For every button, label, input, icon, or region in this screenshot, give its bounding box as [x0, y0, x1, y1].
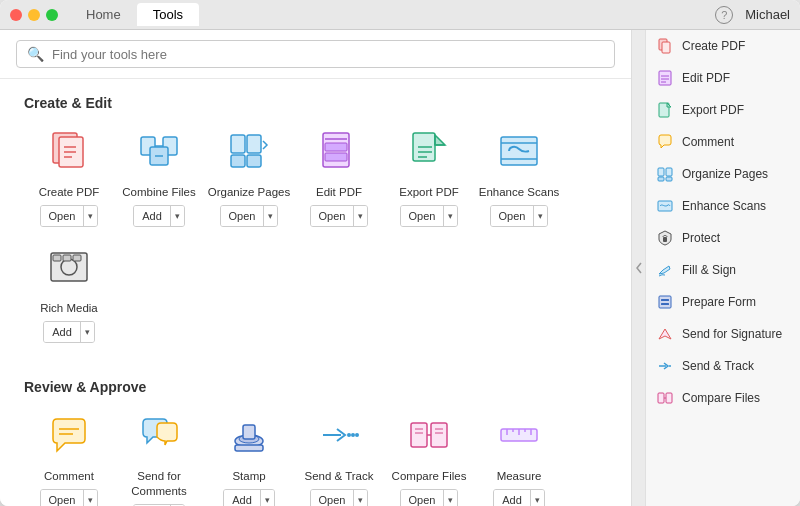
- organize-pages-open-btn[interactable]: Open: [221, 206, 265, 226]
- tool-organize-pages[interactable]: Organize Pages Open ▾: [204, 123, 294, 227]
- comment-arrow-btn[interactable]: ▾: [84, 490, 97, 506]
- tool-comment[interactable]: Comment Open ▾: [24, 407, 114, 506]
- minimize-button[interactable]: [28, 9, 40, 21]
- sidebar-item-compare-files[interactable]: Compare Files: [646, 382, 800, 414]
- stamp-arrow-btn[interactable]: ▾: [261, 490, 274, 506]
- rich-media-add-btn[interactable]: Add: [44, 322, 81, 342]
- svg-rect-70: [666, 393, 672, 403]
- sidebar-organize-pages-icon: [656, 165, 674, 183]
- export-pdf-open-btn[interactable]: Open: [401, 206, 445, 226]
- svg-rect-14: [325, 143, 347, 151]
- comment-open-btn[interactable]: Open: [41, 490, 85, 506]
- tab-tools[interactable]: Tools: [137, 3, 199, 26]
- tab-home[interactable]: Home: [70, 3, 137, 26]
- svg-rect-40: [411, 423, 427, 447]
- enhance-scans-arrow-btn[interactable]: ▾: [534, 206, 547, 226]
- stamp-add-btn[interactable]: Add: [224, 490, 261, 506]
- tool-send-track[interactable]: Send & Track Open ▾: [294, 407, 384, 506]
- create-pdf-btn-wrap: Open ▾: [40, 205, 99, 227]
- sidebar-send-track-label: Send & Track: [682, 359, 754, 373]
- sidebar-collapse-handle[interactable]: [631, 30, 645, 506]
- svg-rect-67: [661, 303, 669, 305]
- send-track-open-btn[interactable]: Open: [311, 490, 355, 506]
- sidebar-item-export-pdf[interactable]: Export PDF: [646, 94, 800, 126]
- stamp-label: Stamp: [232, 469, 265, 484]
- svg-rect-64: [663, 237, 667, 242]
- svg-rect-11: [231, 155, 245, 167]
- sidebar-send-track-icon: [656, 357, 674, 375]
- sidebar-item-prepare-form[interactable]: Prepare Form: [646, 286, 800, 318]
- tool-create-pdf[interactable]: Create PDF Open ▾: [24, 123, 114, 227]
- sidebar-enhance-scans-label: Enhance Scans: [682, 199, 766, 213]
- tool-compare-files[interactable]: Compare Files Open ▾: [384, 407, 474, 506]
- export-pdf-arrow-btn[interactable]: ▾: [444, 206, 457, 226]
- measure-add-btn[interactable]: Add: [494, 490, 531, 506]
- sidebar-organize-pages-label: Organize Pages: [682, 167, 768, 181]
- measure-arrow-btn[interactable]: ▾: [531, 490, 544, 506]
- section-create-edit-title: Create & Edit: [24, 95, 607, 111]
- enhance-scans-open-btn[interactable]: Open: [491, 206, 535, 226]
- sidebar-item-enhance-scans[interactable]: Enhance Scans: [646, 190, 800, 222]
- combine-files-arrow-btn[interactable]: ▾: [171, 206, 184, 226]
- organize-pages-arrow-btn[interactable]: ▾: [264, 206, 277, 226]
- tool-rich-media[interactable]: Rich Media Add ▾: [24, 239, 114, 343]
- svg-rect-10: [247, 135, 261, 153]
- maximize-button[interactable]: [46, 9, 58, 21]
- sidebar-compare-files-label: Compare Files: [682, 391, 760, 405]
- create-pdf-arrow-btn[interactable]: ▾: [84, 206, 97, 226]
- svg-rect-41: [431, 423, 447, 447]
- export-pdf-label: Export PDF: [399, 185, 458, 200]
- svg-rect-12: [247, 155, 261, 167]
- rich-media-arrow-btn[interactable]: ▾: [81, 322, 94, 342]
- svg-rect-29: [63, 255, 71, 261]
- sidebar-item-send-signature[interactable]: Send for Signature: [646, 318, 800, 350]
- tool-enhance-scans[interactable]: Enhance Scans Open ▾: [474, 123, 564, 227]
- svg-point-39: [355, 433, 359, 437]
- tool-edit-pdf[interactable]: Edit PDF Open ▾: [294, 123, 384, 227]
- sidebar-item-comment[interactable]: Comment: [646, 126, 800, 158]
- svg-rect-30: [73, 255, 81, 261]
- sidebar-item-edit-pdf[interactable]: Edit PDF: [646, 62, 800, 94]
- sidebar-item-fill-sign[interactable]: Fill & Sign: [646, 254, 800, 286]
- send-track-arrow-btn[interactable]: ▾: [354, 490, 367, 506]
- sidebar-item-send-track[interactable]: Send & Track: [646, 350, 800, 382]
- tool-stamp[interactable]: Stamp Add ▾: [204, 407, 294, 506]
- svg-rect-28: [53, 255, 61, 261]
- tool-send-comments[interactable]: Send for Comments Add ▾: [114, 407, 204, 506]
- enhance-scans-icon: [495, 127, 543, 175]
- compare-files-arrow-btn[interactable]: ▾: [444, 490, 457, 506]
- sidebar-fill-sign-label: Fill & Sign: [682, 263, 736, 277]
- sidebar-compare-files-icon: [656, 389, 674, 407]
- svg-rect-60: [666, 168, 672, 176]
- svg-rect-23: [501, 137, 537, 165]
- edit-pdf-arrow-btn[interactable]: ▾: [354, 206, 367, 226]
- sidebar-item-organize-pages[interactable]: Organize Pages: [646, 158, 800, 190]
- sidebar-item-create-pdf[interactable]: Create PDF: [646, 30, 800, 62]
- search-input[interactable]: [52, 47, 604, 62]
- svg-point-38: [351, 433, 355, 437]
- create-pdf-open-btn[interactable]: Open: [41, 206, 85, 226]
- edit-pdf-open-btn[interactable]: Open: [311, 206, 355, 226]
- create-pdf-icon: [45, 127, 93, 175]
- tool-measure[interactable]: Measure Add ▾: [474, 407, 564, 506]
- send-track-icon: [315, 411, 363, 459]
- tools-grid-review-approve: Comment Open ▾: [24, 407, 607, 506]
- send-track-label: Send & Track: [304, 469, 373, 484]
- help-icon[interactable]: ?: [715, 6, 733, 24]
- combine-files-add-btn[interactable]: Add: [134, 206, 171, 226]
- sidebar-comment-icon: [656, 133, 674, 151]
- compare-files-open-btn[interactable]: Open: [401, 490, 445, 506]
- section-review-approve: Review & Approve Comment: [0, 363, 631, 506]
- organize-pages-label: Organize Pages: [208, 185, 290, 200]
- svg-rect-35: [243, 425, 255, 439]
- titlebar: Home Tools ? Michael: [0, 0, 800, 30]
- tool-combine-files[interactable]: Combine Files Add ▾: [114, 123, 204, 227]
- search-input-wrap[interactable]: 🔍: [16, 40, 615, 68]
- sidebar-item-protect[interactable]: Protect: [646, 222, 800, 254]
- sidebar-comment-label: Comment: [682, 135, 734, 149]
- sidebar-prepare-form-icon: [656, 293, 674, 311]
- close-button[interactable]: [10, 9, 22, 21]
- sidebar-protect-label: Protect: [682, 231, 720, 245]
- tool-export-pdf[interactable]: Export PDF Open ▾: [384, 123, 474, 227]
- sidebar-fill-sign-icon: [656, 261, 674, 279]
